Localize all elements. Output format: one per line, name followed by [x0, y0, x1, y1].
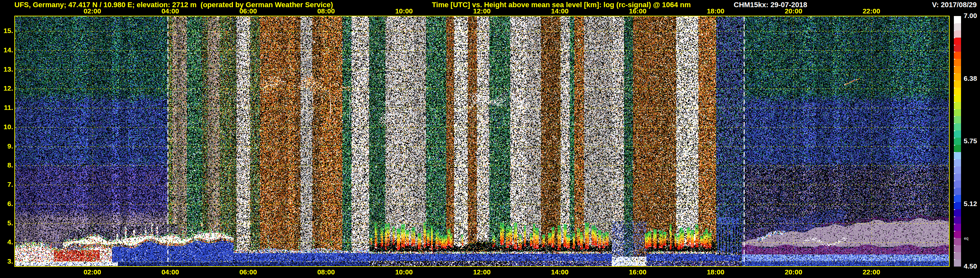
- y-tick-label: 13.: [0, 66, 13, 73]
- x-tick-label-top: 20:00: [780, 7, 807, 15]
- colorbar-tick-label: 4.50: [964, 262, 980, 270]
- y-tick-label: 3.: [0, 257, 13, 265]
- ceilometer-quicklook-screen: { "header": { "station": "UFS, Germany; …: [0, 0, 980, 278]
- y-tick-label: 9.: [0, 142, 13, 150]
- x-tick-label-bottom: 22:00: [858, 268, 885, 276]
- x-tick-label-bottom: 02:00: [79, 268, 106, 276]
- x-tick-label-bottom: 18:00: [702, 268, 729, 276]
- x-tick-label-bottom: 08:00: [312, 268, 340, 276]
- y-tick-label: 8.: [0, 161, 13, 169]
- x-tick-label-top: 22:00: [858, 7, 885, 15]
- colorbar-stray-label: eq: [964, 236, 968, 241]
- colorbar-tick-label: 6.38: [964, 75, 980, 82]
- colorbar-tick-label: 7.00: [964, 12, 980, 20]
- x-tick-label-top: 14:00: [546, 7, 574, 15]
- x-tick-label-bottom: 10:00: [390, 268, 418, 276]
- y-tick-label: 11.: [0, 104, 13, 112]
- version-label: V: 2017/08/29: [932, 1, 977, 9]
- x-tick-label-bottom: 06:00: [235, 268, 262, 276]
- x-tick-label-bottom: 16:00: [624, 268, 651, 276]
- x-tick-label-top: 12:00: [468, 7, 496, 15]
- y-tick-label: 14.: [0, 46, 13, 54]
- x-tick-label-bottom: 20:00: [780, 268, 807, 276]
- x-tick-label-top: 18:00: [702, 7, 729, 15]
- y-tick-label: 5.: [0, 219, 13, 227]
- x-tick-label-top: 02:00: [79, 7, 106, 15]
- y-tick-label: 7.: [0, 181, 13, 189]
- x-tick-label-bottom: 14:00: [546, 268, 574, 276]
- y-tick-label: 6.: [0, 200, 13, 208]
- colorbar-tick-label: 5.12: [964, 200, 980, 208]
- x-tick-label-bottom: 04:00: [156, 268, 184, 276]
- x-tick-label-top: 10:00: [390, 7, 418, 15]
- plot-canvas: [14, 16, 950, 267]
- x-tick-label-top: 06:00: [235, 7, 262, 15]
- colorbar-tick-label: 5.75: [964, 137, 980, 145]
- y-tick-label: 10.: [0, 123, 13, 131]
- y-tick-label: 15.: [0, 27, 13, 35]
- x-tick-label-bottom: 12:00: [468, 268, 496, 276]
- y-tick-label: 12.: [0, 85, 13, 92]
- y-tick-label: 4.: [0, 238, 13, 246]
- x-tick-label-top: 16:00: [624, 7, 651, 15]
- x-tick-label-top: 08:00: [312, 7, 340, 15]
- colorbar: [954, 16, 961, 267]
- x-tick-label-top: 04:00: [156, 7, 184, 15]
- colorbar-tick-marks: [954, 16, 955, 267]
